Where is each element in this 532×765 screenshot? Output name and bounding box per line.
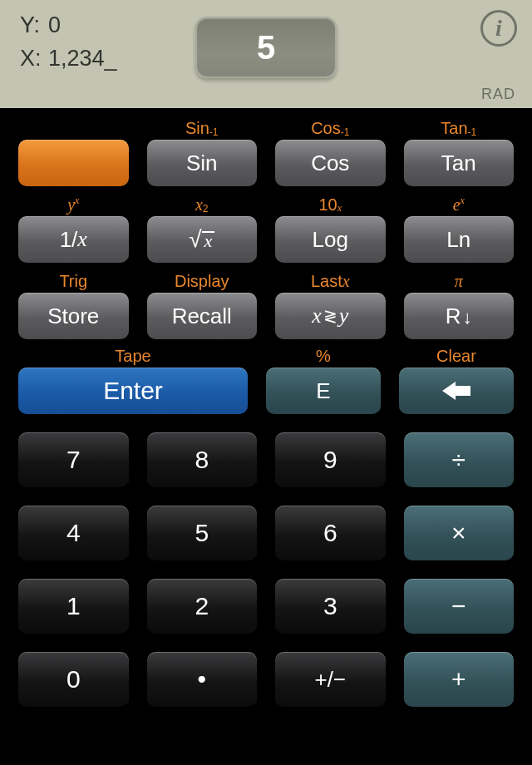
alt-tape: Tape	[18, 348, 248, 368]
divide-button[interactable]: ÷	[404, 432, 515, 487]
info-button[interactable]: i	[480, 10, 517, 47]
alt-last-x: Last x	[275, 271, 386, 293]
alt-clear: Clear	[399, 348, 514, 368]
cos-button[interactable]: Cos	[275, 140, 386, 186]
digit-7-button[interactable]: 7	[18, 432, 129, 487]
keypad: Sin-1 Sin Cos-1 Cos Tan-1 Tan yx 1/x x2 …	[0, 108, 532, 765]
recall-button[interactable]: Recall	[147, 293, 258, 339]
digit-9-button[interactable]: 9	[275, 432, 386, 487]
reciprocal-button[interactable]: 1/x	[18, 216, 129, 263]
alt-pi: π	[404, 271, 515, 293]
digit-5-button[interactable]: 5	[147, 506, 258, 560]
alt-trig: Trig	[18, 271, 129, 293]
roll-down-button[interactable]: R↓	[404, 293, 515, 339]
alt-arcsin: Sin-1	[147, 118, 258, 140]
negate-button[interactable]: +/−	[275, 652, 386, 707]
alt-display: Display	[147, 271, 258, 293]
digit-0-button[interactable]: 0	[18, 652, 129, 707]
enter-button[interactable]: Enter	[18, 368, 248, 414]
add-button[interactable]: +	[404, 652, 515, 707]
swap-xy-button[interactable]: x≷y	[275, 293, 386, 339]
digit-2-button[interactable]: 2	[147, 579, 258, 634]
digit-3-button[interactable]: 3	[275, 579, 386, 634]
info-icon: i	[495, 15, 502, 42]
display-area: Y: 0 X: 1,234_ 5 i RAD	[0, 0, 532, 108]
alt-ten-to-x: 10x	[275, 195, 386, 216]
main-display-value: 5	[257, 29, 275, 67]
alt-arccos: Cos-1	[275, 118, 386, 140]
digit-6-button[interactable]: 6	[275, 506, 386, 560]
alt-e-to-x: ex	[404, 195, 515, 216]
digit-8-button[interactable]: 8	[147, 432, 258, 487]
stack-y-value: 0	[48, 8, 61, 42]
ln-button[interactable]: Ln	[404, 216, 515, 263]
log-button[interactable]: Log	[275, 216, 386, 263]
backspace-icon	[442, 382, 470, 400]
alt-blank	[18, 118, 129, 140]
decimal-button[interactable]: •	[147, 652, 258, 707]
alt-percent: %	[266, 348, 381, 368]
angle-mode-label: RAD	[481, 86, 515, 103]
stack-x-value: 1,234_	[48, 42, 117, 75]
tan-button[interactable]: Tan	[404, 140, 515, 186]
main-display-button[interactable]: 5	[195, 17, 337, 78]
stack-x-label: X:	[20, 42, 43, 75]
store-button[interactable]: Store	[18, 293, 129, 339]
alt-y-to-x: yx	[18, 195, 129, 216]
backspace-button[interactable]	[399, 368, 514, 414]
digit-4-button[interactable]: 4	[18, 506, 129, 560]
alt-x-squared: x2	[147, 195, 258, 216]
sqrt-button[interactable]: √x	[147, 216, 258, 263]
multiply-button[interactable]: ×	[404, 506, 515, 560]
stack-y-label: Y:	[20, 8, 43, 42]
shift-button[interactable]	[18, 140, 129, 186]
exponent-button[interactable]: E	[266, 368, 381, 414]
sin-button[interactable]: Sin	[147, 140, 258, 186]
digit-1-button[interactable]: 1	[18, 579, 129, 634]
subtract-button[interactable]: −	[404, 579, 515, 634]
alt-arctan: Tan-1	[404, 118, 515, 140]
